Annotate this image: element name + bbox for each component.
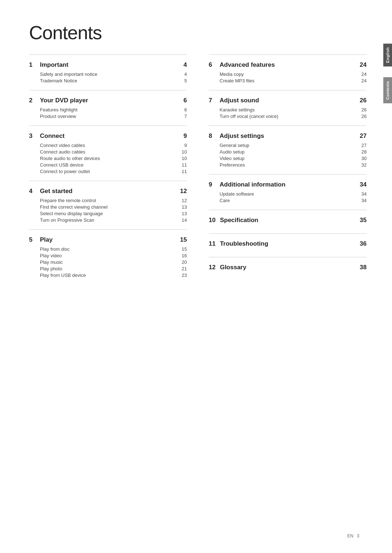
toc-section: 8Adjust settings27General setup27Audio s… [209,126,367,174]
page: English Contents Contents 1Important4Saf… [0,0,392,553]
sub-item: Trademark Notice5 [40,78,187,83]
sub-item-page: 13 [182,211,187,216]
section-page: 36 [360,240,367,247]
sub-item: Safety and important notice4 [40,71,187,77]
section-header: 7Adjust sound26 [209,97,367,104]
sub-item-page: 24 [362,71,367,77]
section-title: Troubleshooting [220,240,268,247]
sub-item-title: Connect to power outlet [40,169,90,174]
sub-item: Video setup30 [220,156,367,161]
section-title: Additional information [220,181,285,188]
section-header: 4Get started12 [29,188,187,195]
section-num-title: 1Important [29,61,68,69]
sub-item: Find the correct viewing channel13 [40,204,187,210]
sub-item-title: Features highlight [40,107,77,112]
sub-item-title: Play video [40,253,62,258]
sub-item-page: 6 [184,107,187,112]
sub-item-title: Connect USB device [40,162,83,168]
section-title: Glossary [220,264,246,271]
sub-item: Product overview7 [40,114,187,119]
section-header: 3Connect9 [29,132,187,140]
section-num-title: 5Play [29,236,53,243]
toc-section: 3Connect9Connect video cables9Connect au… [29,126,187,181]
side-tab-contents: Contents [383,77,392,103]
sub-item-page: 14 [182,217,187,223]
sub-item: Turn off vocal (cancel voice)26 [220,114,367,119]
sub-item-title: Route audio to other devices [40,156,100,161]
sub-item: Karaoke settings26 [220,107,367,112]
sub-item-page: 28 [362,149,367,155]
section-title: Specification [220,217,258,224]
section-header: 9Additional information34 [209,181,367,188]
sub-item-page: 7 [184,114,187,119]
section-header: 1Important4 [29,61,187,69]
section-page: 24 [360,61,367,69]
sub-item-page: 32 [362,162,367,168]
sub-item-title: Care [220,198,230,203]
toc-section: 10Specification35 [209,210,367,233]
sub-item-title: Play from disc [40,246,70,252]
section-number: 5 [29,236,36,243]
section-num-title: 6Advanced features [209,61,275,69]
toc-section: 6Advanced features24Media copy24Create M… [209,54,367,90]
section-title: Play [40,236,53,243]
sub-item-title: Media copy [220,71,244,77]
sub-item-page: 27 [362,143,367,148]
sub-item-title: Turn off vocal (cancel voice) [220,114,278,119]
sub-item-title: Preferences [220,162,245,168]
toc-section: 2Your DVD player6Features highlight6Prod… [29,90,187,126]
section-number: 4 [29,188,36,195]
sub-items: Karaoke settings26Turn off vocal (cancel… [209,107,367,119]
sub-item: Care34 [220,198,367,203]
section-title: Connect [40,132,65,140]
section-number: 2 [29,97,36,104]
sub-item-page: 4 [184,71,187,77]
right-column: 6Advanced features24Media copy24Create M… [209,54,367,284]
section-number: 1 [29,61,36,69]
sub-item-page: 12 [182,198,187,203]
section-title: Adjust settings [220,132,264,140]
footer: EN 3 [347,533,359,538]
sub-item-page: 30 [362,156,367,161]
sub-item-title: Select menu display language [40,211,103,216]
sub-items: Connect video cables9Connect audio cable… [29,143,187,174]
sub-item-title: Safety and important notice [40,71,97,77]
section-number: 12 [209,264,216,271]
section-header: 5Play15 [29,236,187,243]
sub-item-page: 13 [182,204,187,210]
section-title: Get started [40,188,73,195]
section-num-title: 12Glossary [209,264,246,271]
section-number: 11 [209,240,216,247]
left-column: 1Important4Safety and important notice4T… [29,54,187,284]
toc-section: 12Glossary38 [209,257,367,280]
section-page: 6 [184,97,187,104]
section-num-title: 7Adjust sound [209,97,259,104]
sub-item: Connect to power outlet11 [40,169,187,174]
section-title: Advanced features [220,61,275,69]
section-number: 6 [209,61,215,69]
sub-item: Play from USB device23 [40,273,187,278]
sub-item: Play video16 [40,253,187,258]
side-tab-english: English [383,44,392,66]
sub-item-page: 5 [184,78,187,83]
sub-item: Turn on Progressive Scan14 [40,217,187,223]
section-header: 8Adjust settings27 [209,132,367,140]
section-title: Adjust sound [220,97,259,104]
sub-item-title: Connect audio cables [40,149,85,155]
section-page: 35 [360,217,367,224]
sub-item-page: 21 [182,266,187,271]
section-header: 10Specification35 [209,217,367,224]
sub-item: Select menu display language13 [40,211,187,216]
toc-section: 9Additional information34Update software… [209,174,367,210]
sub-item-title: Play from USB device [40,273,86,278]
section-page: 27 [360,132,367,140]
sub-item-title: Turn on Progressive Scan [40,217,94,223]
toc-section: 5Play15Play from disc15Play video16Play … [29,229,187,284]
sub-item-title: Trademark Notice [40,78,77,83]
section-num-title: 8Adjust settings [209,132,264,140]
sub-item: Play music20 [40,259,187,265]
page-title: Contents [29,22,367,44]
section-num-title: 9Additional information [209,181,285,188]
section-num-title: 3Connect [29,132,65,140]
sub-items: Play from disc15Play video16Play music20… [29,246,187,278]
